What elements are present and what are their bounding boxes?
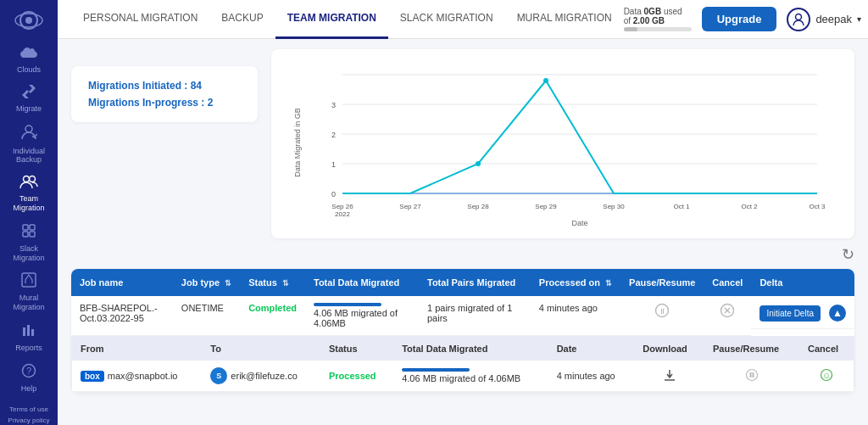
tab-slack-migration[interactable]: SLACK MIGRATION — [388, 0, 505, 39]
col-total-data-migrated: Total Data Migrated — [305, 269, 419, 296]
tab-team-migration[interactable]: TEAM MIGRATION — [275, 0, 388, 39]
user-menu[interactable]: deepak ▾ — [787, 8, 861, 31]
job-pause-resume-cell[interactable]: ⏸ — [620, 296, 704, 336]
refresh-button[interactable]: ↻ — [842, 245, 854, 264]
svg-point-2 — [25, 17, 32, 24]
col-delta: Delta — [751, 269, 854, 296]
upgrade-button[interactable]: Upgrade — [702, 7, 777, 31]
sidebar-item-clouds[interactable]: Clouds — [0, 41, 58, 80]
sidebar-footer-privacy[interactable]: Privacy policy — [0, 415, 58, 425]
data-usage-label: Data — [624, 7, 642, 16]
svg-text:0: 0 — [331, 190, 336, 199]
sub-col-pause-resume: Pause/Resume — [704, 337, 799, 361]
col-cancel: Cancel — [704, 269, 751, 296]
status-sort-icon: ⇅ — [282, 279, 289, 288]
sidebar-item-help[interactable]: ? Help — [0, 358, 58, 399]
chart-area: Data Migrated in GB 0 1 2 3 — [271, 49, 854, 238]
sidebar-item-individual-backup[interactable]: Individual Backup — [0, 119, 58, 171]
sub-data-migrated-cell: 4.06 MB migrated of 4.06MB — [393, 361, 548, 392]
col-job-type: Job type ⇅ — [173, 269, 240, 296]
expand-row-button[interactable]: ▲ — [829, 305, 846, 322]
tab-mural-migration[interactable]: MURAL MIGRATION — [505, 0, 624, 39]
sub-cancel-button[interactable]: ☺ — [820, 368, 833, 384]
migrations-inprogress-row: Migrations In-progress : 2 — [88, 97, 241, 109]
job-pairs-migrated-cell: 1 pairs migrated of 1 pairs — [419, 296, 531, 336]
tab-personal-migration[interactable]: PERSONAL MIGRATION — [71, 0, 209, 39]
sub-col-cancel: Cancel — [799, 337, 854, 361]
svg-text:2022: 2022 — [335, 210, 350, 218]
job-data-migrated-cell: 4.06 MB migrated of 4.06MB — [305, 296, 419, 336]
slack-migration-icon — [21, 223, 36, 243]
tab-backup[interactable]: BACKUP — [209, 0, 275, 39]
table-section: ↻ Job name Job type ⇅ Status ⇅ — [58, 245, 868, 404]
stats-card: Migrations Initiated : 84 Migrations In-… — [71, 66, 258, 122]
sidebar-item-slack-migration[interactable]: Slack Migration — [0, 218, 58, 268]
content-area: Migrations Initiated : 84 Migrations In-… — [58, 39, 868, 425]
svg-point-4 — [24, 176, 30, 182]
storage-bar-fill — [624, 27, 637, 31]
svg-rect-47 — [752, 372, 754, 377]
initiate-delta-button[interactable]: Initiate Delta — [760, 305, 821, 322]
sidebar-item-label-help: Help — [21, 384, 37, 394]
sub-col-date: Date — [548, 337, 635, 361]
box-logo: box — [81, 371, 104, 382]
chart-wrapper: Data Migrated in GB 0 1 2 3 — [271, 49, 854, 238]
download-button[interactable] — [663, 368, 676, 384]
sub-pause-resume-button[interactable] — [745, 368, 759, 384]
processed-sort-icon: ⇅ — [605, 279, 612, 288]
job-cancel-cell[interactable] — [704, 296, 751, 336]
job-name-cell: BFB-SHAREPOL.-Oct.03.2022-95 — [71, 296, 173, 336]
app-logo — [10, 7, 47, 37]
sub-download-cell[interactable] — [634, 361, 704, 392]
svg-text:Sep 28: Sep 28 — [467, 203, 489, 210]
top-section: Migrations Initiated : 84 Migrations In-… — [58, 39, 868, 245]
sidebar-item-team-migration[interactable]: Team Migration — [0, 170, 58, 218]
sidebar-item-label-mural-migration: Mural Migration — [3, 294, 54, 312]
chevron-down-icon: ▾ — [857, 14, 861, 24]
sub-pause-resume-cell[interactable] — [704, 361, 799, 392]
privacy-label: Privacy policy — [8, 417, 50, 424]
svg-text:Sep 30: Sep 30 — [603, 203, 625, 210]
individual-backup-icon — [20, 124, 37, 145]
sub-table-wrapper: From To Status Total Data Migrated Date … — [71, 336, 854, 393]
sub-table: From To Status Total Data Migrated Date … — [72, 337, 854, 392]
sub-cancel-cell[interactable]: ☺ — [799, 361, 854, 392]
sidebar-item-reports[interactable]: Reports — [0, 317, 58, 358]
svg-point-3 — [25, 126, 32, 132]
pause-resume-button[interactable]: ⏸ — [654, 303, 670, 321]
from-service: box max@snapbot.io — [81, 371, 193, 382]
migrations-inprogress-label: Migrations In-progress : — [88, 97, 204, 109]
svg-point-27 — [476, 161, 481, 166]
chart-svg: Data Migrated in GB 0 1 2 3 — [280, 58, 846, 227]
cancel-button[interactable] — [720, 303, 735, 321]
sub-to-cell: S erik@filefuze.co — [202, 361, 320, 392]
sidebar-item-migrate[interactable]: Migrate — [0, 80, 58, 119]
migrate-icon — [20, 85, 37, 103]
svg-point-28 — [543, 78, 548, 83]
svg-point-5 — [30, 176, 36, 182]
sidebar-footer-terms[interactable]: Terms of use — [0, 404, 58, 415]
reports-icon — [21, 322, 36, 342]
svg-text:3: 3 — [331, 101, 336, 109]
team-migration-icon — [19, 175, 38, 193]
sub-data-migrated-text: 4.06 MB migrated of 4.06MB — [402, 373, 520, 383]
job-table: Job name Job type ⇅ Status ⇅ Total Data … — [71, 269, 854, 394]
sub-status-badge: Processed — [329, 371, 376, 381]
expanded-sub-row: From To Status Total Data Migrated Date … — [71, 336, 854, 394]
mural-migration-icon — [21, 272, 36, 292]
col-status: Status ⇅ — [240, 269, 305, 296]
user-avatar — [787, 8, 810, 31]
migrations-initiated-row: Migrations Initiated : 84 — [88, 80, 241, 92]
job-delta-cell: Initiate Delta ▲ — [751, 296, 854, 329]
svg-rect-12 — [27, 325, 30, 336]
data-usage: Data 0GB used of 2.00 GB — [624, 7, 692, 31]
header-right: Data 0GB used of 2.00 GB Upgrade deepak … — [624, 7, 861, 31]
svg-text:Oct 1: Oct 1 — [673, 203, 690, 210]
svg-text:Sep 26: Sep 26 — [331, 203, 353, 210]
sub-table-row: box max@snapbot.io S erik@ — [72, 361, 854, 392]
svg-rect-8 — [23, 232, 28, 237]
svg-rect-11 — [23, 327, 25, 336]
sidebar-item-mural-migration[interactable]: Mural Migration — [0, 267, 58, 317]
svg-text:Oct 2: Oct 2 — [741, 203, 758, 210]
sidebar-item-label-reports: Reports — [15, 344, 42, 353]
